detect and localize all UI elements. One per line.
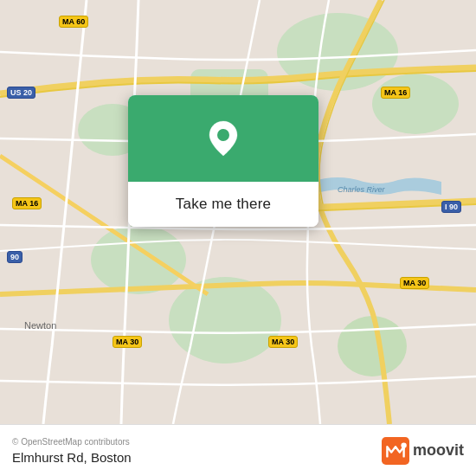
svg-point-12 [401,442,406,447]
road-badge-ma16-left: MA 16 [12,197,42,209]
road-badge-ma30-bottom1: MA 30 [113,336,142,348]
popup-button-area: Take me there [128,182,318,227]
road-badge-i90: I 90 [441,201,461,213]
moovit-logo: moovit [382,437,464,465]
svg-point-3 [91,225,186,294]
location-pin-icon [208,119,239,158]
copyright-text: © OpenStreetMap contributors [12,437,132,447]
svg-text:Charles River: Charles River [338,185,386,194]
popup-card: Take me there [128,95,318,227]
bottom-left: © OpenStreetMap contributors Elmhurst Rd… [12,437,132,465]
location-name: Elmhurst Rd, Boston [12,450,132,465]
moovit-brand-text: moovit [413,441,464,460]
bottom-bar: © OpenStreetMap contributors Elmhurst Rd… [0,424,476,476]
road-badge-90: 90 [7,251,23,263]
road-badge-ma30-bottom2: MA 30 [268,336,298,348]
moovit-brand-icon [382,437,409,465]
svg-rect-11 [382,437,409,465]
road-badge-ma16-top: MA 16 [381,87,410,99]
svg-point-10 [217,129,229,141]
svg-point-4 [169,277,281,363]
take-me-there-button[interactable]: Take me there [142,192,305,216]
location-city: Boston [91,450,132,465]
road-badge-ma60: MA 60 [59,16,88,28]
road-badge-ma30-right: MA 30 [400,277,429,289]
location-street: Elmhurst Rd [12,450,84,465]
popup-green-area [128,95,318,182]
svg-point-2 [372,74,459,134]
svg-point-5 [338,316,407,376]
svg-text:Newton: Newton [24,320,56,331]
popup-triangle [215,226,232,227]
map-container: Charles River Newton MA 60 US 20 MA 16 [0,0,476,424]
road-badge-us20: US 20 [7,87,35,99]
